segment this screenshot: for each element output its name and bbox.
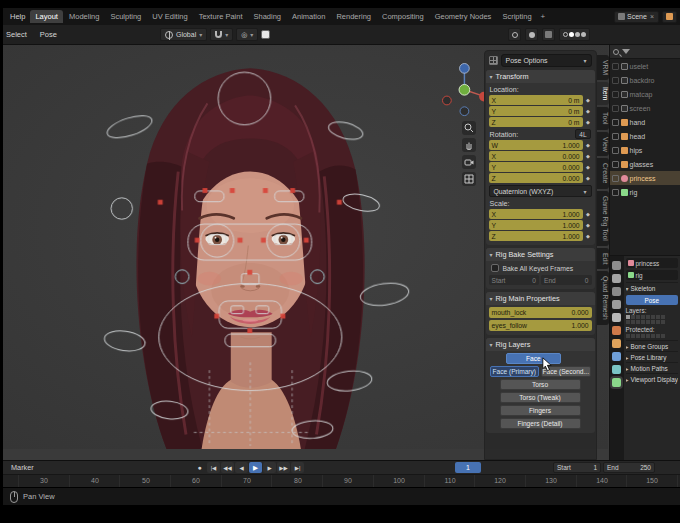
next-keyframe-button[interactable]: ▶▶ [277,462,290,473]
bake-all-keyed-checkbox[interactable] [491,264,499,272]
render-properties-tab[interactable] [612,274,621,283]
rotation-mode-dropdown[interactable]: Quaternion (WXYZ) ▾ [489,185,592,197]
rotation-z-field[interactable]: Z0.000 [489,173,583,183]
tab-geometry-nodes[interactable]: Geometry Nodes [430,10,497,23]
camera-view-button[interactable] [462,155,476,169]
rig-layers-panel-header[interactable]: ▾ Rig Layers [486,338,595,351]
jump-to-end-button[interactable]: ▶| [291,462,304,473]
tab-scripting[interactable]: Scripting [497,10,536,23]
outliner-row[interactable]: matcap [610,87,680,101]
keyframe-decorator[interactable]: ◆ [585,233,592,239]
outliner-row[interactable]: hand [610,115,680,129]
show-overlays-toggle[interactable] [525,28,538,41]
outliner-row-selected[interactable]: princess [610,171,680,185]
ntab-view[interactable]: View [597,132,609,157]
ntab-edit[interactable]: Edit [597,248,609,270]
outliner-row[interactable]: backdro [610,73,680,87]
scale-y-field[interactable]: Y1.000 [489,220,583,230]
autokey-record-button[interactable]: ● [193,462,206,473]
world-properties-tab[interactable] [612,326,621,335]
color-swatch[interactable] [261,30,270,39]
mouth-lock-slider[interactable]: mouth_lock0.000 [489,307,592,318]
outliner-row[interactable]: hips [610,143,680,157]
show-gizmo-toggle[interactable] [508,28,521,41]
visibility-checkbox[interactable] [612,133,619,140]
armature-layers-grid[interactable] [626,315,679,324]
tab-compositing[interactable]: Compositing [377,10,429,23]
scene-selector[interactable]: Scene × [614,11,659,23]
bake-end-field[interactable]: End0 [541,275,592,285]
motion-paths-panel-header[interactable]: ▸ Motion Paths [626,362,679,373]
viewport-display-panel-header[interactable]: ▸ Viewport Display [626,373,679,384]
tab-rendering[interactable]: Rendering [331,10,376,23]
frame-end-field[interactable]: End250 [603,462,655,473]
keyframe-decorator[interactable]: ◆ [585,153,592,159]
keyframe-decorator[interactable]: ◆ [585,222,592,228]
options-grid-icon[interactable] [489,56,498,65]
location-z-field[interactable]: Z0 m [489,117,583,127]
visibility-checkbox[interactable] [612,91,619,98]
snapping-dropdown[interactable]: ▾ [210,28,233,41]
add-workspace-button[interactable]: + [538,12,549,21]
search-icon[interactable] [613,49,619,55]
rotation-y-field[interactable]: Y0.000 [489,162,583,172]
ntab-game-rig-tool[interactable]: Game Rig Tool [597,191,609,246]
rig-bake-panel-header[interactable]: ▾ Rig Bake Settings [486,248,595,261]
ntab-tool[interactable]: Tool [597,107,609,129]
current-frame-field[interactable]: 1 [455,462,481,473]
prev-keyframe-button[interactable]: ◀◀ [221,462,234,473]
menu-marker[interactable]: Marker [11,463,34,472]
layer-face-button[interactable]: Face [506,353,562,364]
scene-unlink-icon[interactable]: × [649,13,655,20]
next-frame-button[interactable]: ▶ [263,462,276,473]
tab-texture-paint[interactable]: Texture Paint [194,10,248,23]
scene-properties-tab[interactable] [612,313,621,322]
keyframe-decorator[interactable]: ◆ [585,175,592,181]
pose-library-panel-header[interactable]: ▸ Pose Library [626,351,679,362]
bake-start-field[interactable]: Start0 [489,275,540,285]
viewport-shading-modes[interactable] [559,28,590,41]
visibility-checkbox[interactable] [612,189,619,196]
location-y-field[interactable]: Y0 m [489,106,583,116]
skeleton-panel-header[interactable]: ▾ Skeleton [626,282,679,293]
keyframe-decorator[interactable]: ◆ [585,108,592,114]
layer-face-primary-button[interactable]: Face (Primary) [490,366,540,377]
object-breadcrumb[interactable]: princess [626,258,679,268]
layer-fingers-button[interactable]: Fingers [500,405,581,416]
visibility-checkbox[interactable] [612,105,619,112]
jump-to-start-button[interactable]: |◀ [207,462,220,473]
tab-sculpting[interactable]: Sculpting [105,10,146,23]
grid-toggle-button[interactable] [462,172,476,186]
rig-main-panel-header[interactable]: ▾ Rig Main Properties [486,292,595,305]
transform-panel-header[interactable]: ▾ Transform [486,70,595,83]
ntab-quad-remesh[interactable]: Quad Remesh [597,271,609,325]
keyframe-decorator[interactable]: ◆ [585,164,592,170]
eyes-follow-slider[interactable]: eyes_follow1.000 [489,320,592,331]
tab-animation[interactable]: Animation [287,10,330,23]
location-x-field[interactable]: X0 m [489,95,583,105]
visibility-checkbox[interactable] [612,119,619,126]
rotation-w-field[interactable]: W1.000 [489,140,583,150]
visibility-checkbox[interactable] [612,77,619,84]
outliner-row[interactable]: head [610,129,680,143]
bone-groups-panel-header[interactable]: ▸ Bone Groups [626,340,679,351]
output-properties-tab[interactable] [612,287,621,296]
pan-tool-button[interactable] [462,138,476,152]
layer-fingers-detail-button[interactable]: Fingers (Detail) [500,418,581,429]
tab-modeling[interactable]: Modeling [64,10,104,23]
outliner-row[interactable]: glasses [610,157,680,171]
data-breadcrumb[interactable]: rig [626,270,679,280]
tab-layout[interactable]: Layout [30,10,63,23]
menu-help[interactable]: Help [6,12,29,21]
armature-data-tab-active[interactable] [612,378,621,387]
transform-orientation-dropdown[interactable]: Global ▾ [160,28,207,41]
zoom-tool-button[interactable] [462,121,476,135]
keyframe-decorator[interactable]: ◆ [585,97,592,103]
filter-icon[interactable] [622,49,630,54]
ntab-create[interactable]: Create [597,158,609,188]
scale-x-field[interactable]: X1.000 [489,209,583,219]
visibility-checkbox[interactable] [612,147,619,154]
scale-z-field[interactable]: Z1.000 [489,231,583,241]
visibility-checkbox[interactable] [612,161,619,168]
rotation-x-field[interactable]: X0.000 [489,151,583,161]
